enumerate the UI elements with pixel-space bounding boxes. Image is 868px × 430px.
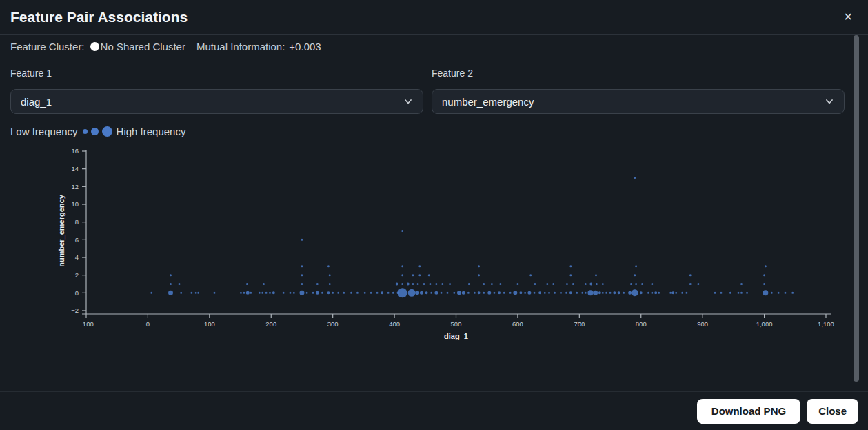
svg-text:600: 600 [512, 320, 523, 328]
feature-2-label: Feature 2 [432, 68, 845, 79]
feature-2-group: Feature 2 number_emergency [432, 68, 845, 114]
feature-cluster-label: Feature Cluster: [10, 41, 85, 52]
svg-text:100: 100 [204, 320, 215, 328]
cluster-color-icon [90, 42, 99, 51]
close-button[interactable]: Close [807, 399, 858, 424]
frequency-legend: Low frequency High frequency [10, 124, 185, 139]
scatter-plot-canvas: −20246810121416−100010020030040050060070… [0, 141, 855, 349]
svg-text:0: 0 [146, 320, 150, 328]
feature-1-label: Feature 1 [10, 68, 423, 79]
svg-text:6: 6 [75, 236, 79, 244]
small-bubble-icon [83, 129, 88, 134]
svg-text:−2: −2 [71, 306, 79, 314]
feature-pair-associations-modal: Feature Pair Associations ✕ Feature Clus… [0, 0, 868, 430]
svg-text:2: 2 [75, 271, 79, 279]
chevron-down-icon [825, 97, 834, 106]
meta-row: Feature Cluster: No Shared Cluster Mutua… [0, 36, 868, 57]
svg-text:400: 400 [389, 320, 400, 328]
modal-footer: Download PNG Close [0, 391, 868, 430]
feature-2-selected-value: number_emergency [442, 96, 534, 108]
svg-text:number_emergency: number_emergency [57, 194, 65, 266]
feature-1-select[interactable]: diag_1 [10, 89, 423, 114]
feature-cluster-value: No Shared Cluster [101, 41, 185, 52]
mutual-information-value: +0.003 [289, 41, 321, 52]
medium-bubble-icon [91, 128, 99, 135]
feature-2-select[interactable]: number_emergency [432, 89, 845, 114]
download-png-button[interactable]: Download PNG [697, 399, 800, 424]
svg-text:0: 0 [75, 289, 79, 297]
large-bubble-icon [102, 126, 112, 137]
svg-text:10: 10 [71, 200, 79, 208]
chevron-down-icon [403, 97, 413, 106]
svg-text:300: 300 [327, 320, 339, 328]
modal-header: Feature Pair Associations ✕ [0, 0, 868, 35]
modal-title: Feature Pair Associations [10, 9, 188, 26]
feature-1-selected-value: diag_1 [21, 96, 52, 108]
svg-text:16: 16 [71, 147, 79, 155]
mutual-information-label: Mutual Information: [196, 41, 285, 52]
svg-text:12: 12 [71, 183, 79, 190]
svg-text:1,000: 1,000 [756, 320, 773, 328]
svg-text:diag_1: diag_1 [444, 332, 468, 340]
svg-text:1,100: 1,100 [818, 320, 834, 328]
svg-text:8: 8 [75, 218, 79, 226]
svg-text:500: 500 [451, 320, 462, 328]
legend-low-label: Low frequency [10, 126, 78, 137]
close-icon[interactable]: ✕ [841, 9, 856, 26]
svg-text:14: 14 [71, 165, 79, 173]
scatter-plot: −20246810121416−100010020030040050060070… [0, 141, 855, 349]
svg-text:800: 800 [636, 320, 647, 328]
svg-text:−100: −100 [79, 320, 93, 328]
svg-text:700: 700 [574, 320, 585, 328]
svg-text:900: 900 [697, 320, 708, 328]
svg-text:200: 200 [265, 320, 276, 328]
feature-1-group: Feature 1 diag_1 [10, 68, 423, 114]
svg-text:4: 4 [75, 253, 79, 261]
vertical-scrollbar[interactable] [854, 35, 859, 382]
legend-high-label: High frequency [117, 126, 186, 137]
